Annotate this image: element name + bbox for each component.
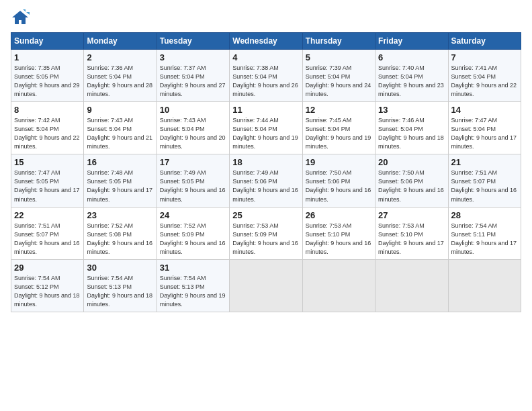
header (11, 8, 521, 27)
day-detail: Sunrise: 7:46 AMSunset: 5:04 PMDaylight:… (378, 117, 444, 150)
day-cell: 7Sunrise: 7:41 AMSunset: 5:04 PMDaylight… (448, 50, 521, 102)
day-detail: Sunrise: 7:50 AMSunset: 5:06 PMDaylight:… (306, 169, 371, 202)
day-number: 2 (87, 52, 153, 62)
day-number: 21 (451, 157, 518, 167)
day-detail: Sunrise: 7:45 AMSunset: 5:04 PMDaylight:… (306, 117, 371, 150)
day-number: 19 (306, 157, 372, 167)
col-header-friday: Friday (375, 33, 448, 50)
day-detail: Sunrise: 7:38 AMSunset: 5:04 PMDaylight:… (232, 64, 298, 97)
day-cell: 28Sunrise: 7:54 AMSunset: 5:11 PMDayligh… (448, 207, 521, 259)
logo (11, 8, 32, 27)
day-cell: 11Sunrise: 7:44 AMSunset: 5:04 PMDayligh… (230, 102, 302, 154)
col-header-wednesday: Wednesday (230, 33, 302, 50)
week-row-1: 1Sunrise: 7:35 AMSunset: 5:05 PMDaylight… (11, 50, 521, 102)
day-cell: 16Sunrise: 7:48 AMSunset: 5:05 PMDayligh… (84, 154, 157, 207)
day-number: 9 (87, 105, 153, 115)
calendar-table: SundayMondayTuesdayWednesdayThursdayFrid… (11, 32, 521, 312)
day-cell (448, 259, 521, 312)
day-number: 13 (378, 105, 445, 115)
day-cell: 20Sunrise: 7:50 AMSunset: 5:06 PMDayligh… (375, 154, 448, 207)
day-cell (302, 259, 375, 312)
day-cell: 10Sunrise: 7:43 AMSunset: 5:04 PMDayligh… (157, 102, 229, 154)
day-cell: 2Sunrise: 7:36 AMSunset: 5:04 PMDaylight… (84, 50, 157, 102)
day-detail: Sunrise: 7:50 AMSunset: 5:06 PMDaylight:… (378, 169, 444, 202)
day-number: 17 (160, 157, 226, 167)
day-detail: Sunrise: 7:47 AMSunset: 5:05 PMDaylight:… (14, 169, 80, 202)
day-number: 30 (87, 263, 153, 273)
day-detail: Sunrise: 7:54 AMSunset: 5:11 PMDaylight:… (451, 222, 517, 255)
day-number: 15 (14, 157, 81, 167)
day-cell: 14Sunrise: 7:47 AMSunset: 5:04 PMDayligh… (448, 102, 521, 154)
day-detail: Sunrise: 7:52 AMSunset: 5:09 PMDaylight:… (160, 222, 226, 255)
day-cell: 12Sunrise: 7:45 AMSunset: 5:04 PMDayligh… (302, 102, 375, 154)
day-number: 8 (14, 105, 81, 115)
day-number: 4 (232, 52, 299, 62)
day-detail: Sunrise: 7:54 AMSunset: 5:13 PMDaylight:… (87, 275, 152, 308)
day-cell: 30Sunrise: 7:54 AMSunset: 5:13 PMDayligh… (84, 259, 157, 312)
day-detail: Sunrise: 7:53 AMSunset: 5:10 PMDaylight:… (306, 222, 371, 255)
day-detail: Sunrise: 7:43 AMSunset: 5:04 PMDaylight:… (87, 117, 152, 150)
day-detail: Sunrise: 7:51 AMSunset: 5:07 PMDaylight:… (14, 222, 80, 255)
day-detail: Sunrise: 7:54 AMSunset: 5:13 PMDaylight:… (160, 275, 226, 308)
col-header-saturday: Saturday (448, 33, 521, 50)
day-number: 16 (87, 157, 153, 167)
day-cell: 6Sunrise: 7:40 AMSunset: 5:04 PMDaylight… (375, 50, 448, 102)
day-number: 23 (87, 210, 153, 220)
day-cell: 31Sunrise: 7:54 AMSunset: 5:13 PMDayligh… (157, 259, 229, 312)
day-cell: 4Sunrise: 7:38 AMSunset: 5:04 PMDaylight… (230, 50, 302, 102)
day-detail: Sunrise: 7:43 AMSunset: 5:04 PMDaylight:… (160, 117, 226, 150)
day-number: 18 (232, 157, 299, 167)
day-detail: Sunrise: 7:49 AMSunset: 5:05 PMDaylight:… (160, 169, 226, 202)
day-detail: Sunrise: 7:44 AMSunset: 5:04 PMDaylight:… (232, 117, 298, 150)
day-number: 12 (306, 105, 372, 115)
day-number: 3 (160, 52, 226, 62)
calendar-page: SundayMondayTuesdayWednesdayThursdayFrid… (0, 0, 532, 411)
day-detail: Sunrise: 7:40 AMSunset: 5:04 PMDaylight:… (378, 64, 444, 97)
day-cell: 25Sunrise: 7:53 AMSunset: 5:09 PMDayligh… (230, 207, 302, 259)
day-detail: Sunrise: 7:35 AMSunset: 5:05 PMDaylight:… (14, 64, 80, 97)
day-cell: 3Sunrise: 7:37 AMSunset: 5:04 PMDaylight… (157, 50, 229, 102)
day-number: 1 (14, 52, 81, 62)
day-number: 28 (451, 210, 518, 220)
day-detail: Sunrise: 7:53 AMSunset: 5:10 PMDaylight:… (378, 222, 444, 255)
day-number: 29 (14, 263, 81, 273)
day-cell: 24Sunrise: 7:52 AMSunset: 5:09 PMDayligh… (157, 207, 229, 259)
day-number: 22 (14, 210, 81, 220)
day-cell: 8Sunrise: 7:42 AMSunset: 5:04 PMDaylight… (11, 102, 84, 154)
day-cell: 17Sunrise: 7:49 AMSunset: 5:05 PMDayligh… (157, 154, 229, 207)
day-cell: 5Sunrise: 7:39 AMSunset: 5:04 PMDaylight… (302, 50, 375, 102)
day-number: 25 (232, 210, 299, 220)
day-number: 10 (160, 105, 226, 115)
col-header-thursday: Thursday (302, 33, 375, 50)
day-number: 6 (378, 52, 445, 62)
day-cell: 9Sunrise: 7:43 AMSunset: 5:04 PMDaylight… (84, 102, 157, 154)
day-number: 26 (306, 210, 372, 220)
day-number: 27 (378, 210, 445, 220)
day-cell: 22Sunrise: 7:51 AMSunset: 5:07 PMDayligh… (11, 207, 84, 259)
day-cell: 18Sunrise: 7:49 AMSunset: 5:06 PMDayligh… (230, 154, 302, 207)
day-detail: Sunrise: 7:54 AMSunset: 5:12 PMDaylight:… (14, 275, 80, 308)
day-number: 7 (451, 52, 518, 62)
day-cell: 13Sunrise: 7:46 AMSunset: 5:04 PMDayligh… (375, 102, 448, 154)
day-detail: Sunrise: 7:47 AMSunset: 5:04 PMDaylight:… (451, 117, 517, 150)
col-header-sunday: Sunday (11, 33, 84, 50)
day-cell: 27Sunrise: 7:53 AMSunset: 5:10 PMDayligh… (375, 207, 448, 259)
day-detail: Sunrise: 7:53 AMSunset: 5:09 PMDaylight:… (232, 222, 298, 255)
day-detail: Sunrise: 7:51 AMSunset: 5:07 PMDaylight:… (451, 169, 517, 202)
day-cell: 21Sunrise: 7:51 AMSunset: 5:07 PMDayligh… (448, 154, 521, 207)
day-detail: Sunrise: 7:36 AMSunset: 5:04 PMDaylight:… (87, 64, 152, 97)
day-cell: 29Sunrise: 7:54 AMSunset: 5:12 PMDayligh… (11, 259, 84, 312)
week-row-3: 15Sunrise: 7:47 AMSunset: 5:05 PMDayligh… (11, 154, 521, 207)
day-detail: Sunrise: 7:37 AMSunset: 5:04 PMDaylight:… (160, 64, 226, 97)
week-row-4: 22Sunrise: 7:51 AMSunset: 5:07 PMDayligh… (11, 207, 521, 259)
day-cell (375, 259, 448, 312)
week-row-5: 29Sunrise: 7:54 AMSunset: 5:12 PMDayligh… (11, 259, 521, 312)
logo-icon (11, 8, 30, 27)
day-cell: 26Sunrise: 7:53 AMSunset: 5:10 PMDayligh… (302, 207, 375, 259)
day-detail: Sunrise: 7:52 AMSunset: 5:08 PMDaylight:… (87, 222, 152, 255)
header-row: SundayMondayTuesdayWednesdayThursdayFrid… (11, 33, 521, 50)
day-number: 11 (232, 105, 299, 115)
day-number: 14 (451, 105, 518, 115)
day-number: 20 (378, 157, 445, 167)
day-cell (230, 259, 302, 312)
